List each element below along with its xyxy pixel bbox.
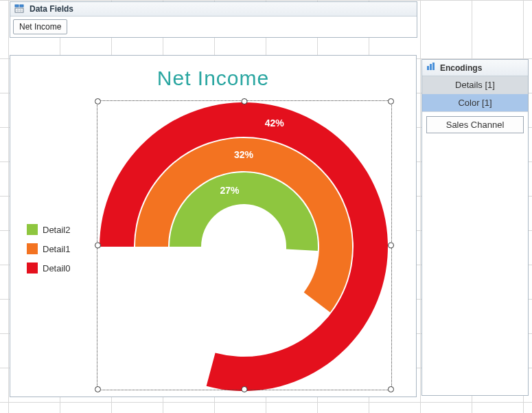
legend-swatch xyxy=(27,243,38,254)
data-fields-title: Data Fields xyxy=(30,4,73,14)
resize-handle[interactable] xyxy=(95,386,101,392)
legend-item-detail2[interactable]: Detail2 xyxy=(27,224,70,235)
svg-rect-8 xyxy=(432,63,435,70)
encodings-panel: Encodings Details [1] Color [1] Sales Ch… xyxy=(421,59,529,396)
resize-handle[interactable] xyxy=(242,386,248,392)
field-pill-net-income[interactable]: Net Income xyxy=(13,19,67,34)
encodings-icon xyxy=(426,63,436,73)
resize-handle[interactable] xyxy=(242,98,248,104)
resize-handle[interactable] xyxy=(388,386,394,392)
svg-rect-7 xyxy=(430,64,432,70)
legend-label: Detail0 xyxy=(43,263,70,274)
data-fields-panel: Data Fields Net Income xyxy=(10,1,417,38)
resize-handle[interactable] xyxy=(388,243,394,249)
chart-panel: Net Income 42%32%27% Detail2 Detail1 Det… xyxy=(10,55,417,397)
encodings-title: Encodings xyxy=(440,63,482,73)
svg-rect-0 xyxy=(15,5,19,7)
legend-item-detail1[interactable]: Detail1 xyxy=(27,243,70,254)
chart-legend: Detail2 Detail1 Detail0 xyxy=(27,224,70,282)
data-fields-icon xyxy=(14,4,25,14)
encodings-details-row[interactable]: Details [1] xyxy=(422,76,528,94)
legend-swatch xyxy=(27,263,38,274)
legend-label: Detail1 xyxy=(43,244,70,254)
legend-swatch xyxy=(27,224,38,235)
resize-handle[interactable] xyxy=(95,243,101,249)
legend-label: Detail2 xyxy=(43,225,70,235)
chart-title: Net Income xyxy=(10,67,416,90)
encodings-header: Encodings xyxy=(422,60,528,76)
resize-handle[interactable] xyxy=(95,98,101,104)
chart-selection-box[interactable] xyxy=(97,100,392,390)
encodings-item-sales-channel[interactable]: Sales Channel xyxy=(426,116,524,133)
data-fields-header: Data Fields xyxy=(10,2,417,16)
data-fields-body: Net Income xyxy=(10,16,417,37)
resize-handle[interactable] xyxy=(388,98,394,104)
legend-item-detail0[interactable]: Detail0 xyxy=(27,263,70,274)
svg-rect-1 xyxy=(20,5,23,7)
svg-rect-6 xyxy=(427,66,429,70)
encodings-color-row[interactable]: Color [1] xyxy=(422,94,528,112)
